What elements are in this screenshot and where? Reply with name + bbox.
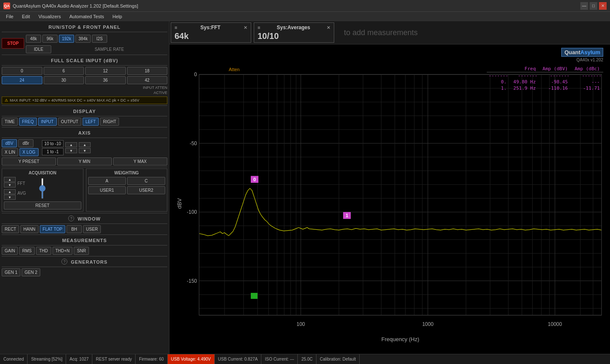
menu-automated-tests[interactable]: Automated Tests	[65, 13, 108, 20]
axis-header: AXIS	[2, 129, 167, 136]
fft-down[interactable]: ▼	[4, 182, 16, 188]
avg-label: AVG	[17, 191, 26, 196]
acq-weight-row: ACQUISITION ▲ ▼ ▲ ▼ FFT AV	[2, 168, 167, 212]
y-preset-value: 10 to -10	[42, 140, 64, 147]
window-hann[interactable]: HANN	[20, 225, 38, 233]
weighting-grid: A C USER1 USER2	[88, 177, 166, 194]
measurement-averages: ≡ Sys:Averages ✕ 10/10	[254, 22, 334, 43]
meas-snr[interactable]: SNR	[74, 247, 89, 255]
table-row: 1. 251.9 Hz -110.16 -11.71	[487, 85, 603, 91]
chart-container: dBV	[169, 44, 610, 354]
display-left[interactable]: LEFT	[83, 118, 99, 126]
display-freq[interactable]: FREQ	[19, 118, 37, 126]
y-preset-spinner: ▲ ▼	[65, 142, 77, 153]
weight-c[interactable]: C	[127, 177, 165, 185]
menu-visualizers[interactable]: Visualizers	[34, 13, 65, 20]
y-minmax-down[interactable]: ▼	[79, 148, 91, 153]
status-acq: Acq: 1027	[66, 354, 92, 364]
axis-xlin[interactable]: X LIN	[2, 148, 18, 156]
display-output[interactable]: OUTPUT	[58, 118, 81, 126]
avg-panel-menu[interactable]: ≡	[258, 25, 260, 30]
display-row: TIME FREQ INPUT OUTPUT LEFT RIGHT	[2, 118, 167, 126]
axis-dbr[interactable]: dBr	[18, 139, 33, 147]
rate-i2s[interactable]: I2S	[92, 35, 107, 43]
avg-down[interactable]: ▼	[4, 195, 16, 200]
right-panel: ≡ Sys:FFT ✕ 64k ≡ Sys:Averages ✕ 10/10 t…	[169, 21, 610, 354]
y-preset-btn[interactable]: Y PRESET	[2, 157, 56, 165]
close-button[interactable]: ✕	[599, 2, 607, 10]
gen1-button[interactable]: GEN 1	[2, 268, 20, 276]
atten-6[interactable]: 6	[44, 67, 84, 75]
weight-user1[interactable]: USER1	[88, 186, 126, 194]
marker-2	[251, 293, 258, 299]
idle-button[interactable]: IDLE	[26, 45, 51, 53]
window-user[interactable]: USER	[83, 225, 101, 233]
fft-panel-menu[interactable]: ≡	[175, 25, 177, 30]
data-table: Freq Amp (dBV) Amp (dBc) ------- -------…	[487, 66, 603, 91]
window-flattop[interactable]: FLAT TOP	[40, 225, 66, 233]
display-input[interactable]: INPUT	[38, 118, 57, 126]
window-controls: — □ ✕	[580, 2, 607, 10]
weight-user2[interactable]: USER2	[127, 186, 165, 194]
fft-up[interactable]: ▲	[4, 177, 16, 182]
axis-xlog[interactable]: X LOG	[19, 148, 39, 156]
meas-rms[interactable]: RMS	[19, 247, 34, 255]
window-rect[interactable]: RECT	[2, 225, 19, 233]
y-min-btn[interactable]: Y MIN	[57, 157, 111, 165]
svg-rect-0	[174, 49, 606, 350]
status-usb-voltage: USB Voltage: 4.490V	[168, 354, 215, 364]
atten-0[interactable]: 0	[2, 67, 42, 75]
atten-36[interactable]: 36	[85, 76, 126, 84]
avg-panel-title: Sys:Averages	[277, 25, 310, 30]
maximize-button[interactable]: □	[590, 2, 597, 10]
display-right[interactable]: RIGHT	[100, 118, 119, 126]
rate-96k[interactable]: 96k	[42, 35, 58, 43]
weight-a[interactable]: A	[88, 177, 126, 185]
meas-gain[interactable]: GAIN	[2, 247, 18, 255]
fft-panel-close[interactable]: ✕	[244, 25, 247, 30]
axis-preset-row: Y PRESET Y MIN Y MAX	[2, 157, 167, 165]
gen-help-icon[interactable]: ?	[61, 259, 67, 265]
y-max-btn[interactable]: Y MAX	[113, 157, 167, 165]
svg-text:10000: 10000	[548, 321, 562, 327]
add-measurements-text: to add measurements	[344, 28, 418, 37]
svg-text:0: 0	[253, 177, 256, 182]
atten-18[interactable]: 18	[127, 67, 168, 75]
svg-text:100: 100	[297, 321, 305, 327]
minimize-button[interactable]: —	[580, 2, 588, 10]
rate-384k[interactable]: 384k	[75, 35, 91, 43]
warning-box: ⚠ MAX INPUT: +32 dBV = 40VRMS MAX DC = ±…	[2, 97, 167, 104]
window-help-icon[interactable]: ?	[68, 215, 74, 221]
y-minmax-up[interactable]: ▲	[79, 142, 91, 147]
axis-dbv[interactable]: dBV	[2, 139, 17, 147]
atten-24[interactable]: 24	[2, 76, 42, 84]
atten-30[interactable]: 30	[44, 76, 84, 84]
menu-edit[interactable]: Edit	[18, 13, 34, 20]
menu-help[interactable]: Help	[108, 13, 126, 20]
display-time[interactable]: TIME	[2, 118, 18, 126]
avg-up[interactable]: ▲	[4, 189, 16, 194]
rate-192k[interactable]: 192k	[59, 35, 74, 43]
rate-48k[interactable]: 48k	[26, 35, 41, 43]
col-amp-dbv: Amp (dBV)	[539, 66, 571, 72]
window-bh[interactable]: BH	[67, 225, 82, 233]
atten-grid: 0 6 12 18 24 30 36 42	[2, 67, 167, 84]
top-strip: ≡ Sys:FFT ✕ 64k ≡ Sys:Averages ✕ 10/10 t…	[169, 21, 610, 44]
atten-42[interactable]: 42	[127, 76, 168, 84]
stop-button[interactable]: STOP	[2, 38, 24, 49]
menu-file[interactable]: File	[2, 13, 18, 20]
atten-12[interactable]: 12	[85, 67, 126, 75]
weighting-section: WEIGHTING A C USER1 USER2	[86, 168, 168, 212]
status-usb-current: USB Current: 0.827A	[215, 354, 262, 364]
window-header: WINDOW	[78, 215, 100, 222]
gen2-button[interactable]: GEN 2	[22, 268, 40, 276]
reset-btn[interactable]: RESET	[4, 201, 81, 210]
avg-panel-close[interactable]: ✕	[327, 25, 330, 30]
generators-header: GENERATORS	[71, 258, 108, 265]
avg-slider[interactable]	[42, 178, 43, 199]
meas-thdn[interactable]: THD+N	[53, 247, 73, 255]
meas-thd[interactable]: THD	[36, 247, 51, 255]
y-preset-down[interactable]: ▼	[65, 148, 77, 153]
statusbar: Connected Streaming [52%] Acq: 1027 REST…	[0, 354, 610, 364]
y-preset-up[interactable]: ▲	[65, 142, 77, 147]
